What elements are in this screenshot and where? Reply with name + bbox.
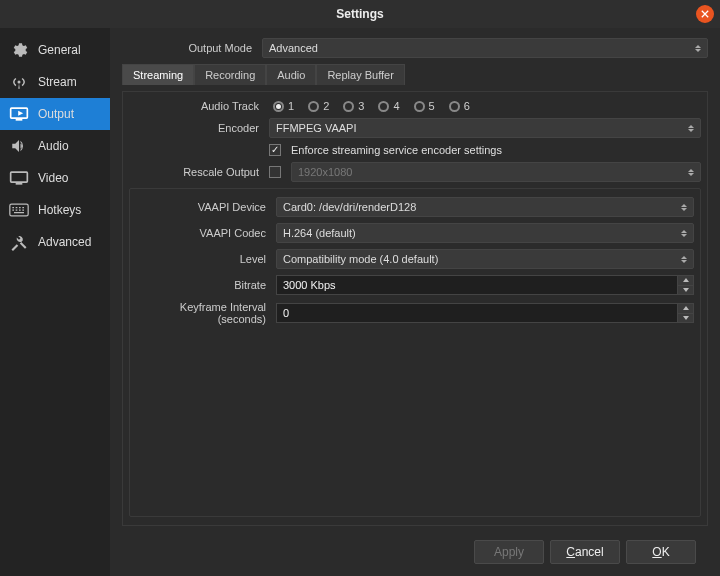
tab-recording[interactable]: Recording: [194, 64, 266, 85]
output-tabs: Streaming Recording Audio Replay Buffer: [122, 64, 708, 85]
tab-streaming[interactable]: Streaming: [122, 64, 194, 85]
radio-icon: [273, 101, 284, 112]
rescale-select[interactable]: 1920x1080: [291, 162, 701, 182]
audio-icon: [8, 135, 30, 157]
chevron-down-icon: [683, 288, 689, 292]
sidebar-item-hotkeys[interactable]: Hotkeys: [0, 194, 110, 226]
settings-window: Settings General Stream Output Audio: [0, 0, 720, 576]
radio-icon: [414, 101, 425, 112]
svg-rect-3: [16, 183, 23, 185]
chevron-updown-icon: [686, 166, 696, 178]
encoder-value: FFMPEG VAAPI: [276, 122, 356, 134]
sidebar-item-label: Video: [38, 171, 68, 185]
titlebar: Settings: [0, 0, 720, 28]
sidebar-item-label: Hotkeys: [38, 203, 81, 217]
video-icon: [8, 167, 30, 189]
output-mode-value: Advanced: [269, 42, 318, 54]
sidebar-item-label: General: [38, 43, 81, 57]
sidebar-item-stream[interactable]: Stream: [0, 66, 110, 98]
streaming-panel: Audio Track 1 2 3 4 5 6 Encoder FFMPEG V…: [122, 91, 708, 526]
sidebar-item-audio[interactable]: Audio: [0, 130, 110, 162]
vaapi-codec-label: VAAPI Codec: [136, 227, 270, 239]
chevron-updown-icon: [679, 253, 689, 265]
chevron-updown-icon: [679, 227, 689, 239]
chevron-up-icon: [683, 306, 689, 310]
encoder-settings-group: VAAPI Device Card0: /dev/dri/renderD128 …: [129, 188, 701, 517]
bitrate-value[interactable]: 3000 Kbps: [276, 275, 678, 295]
cancel-button[interactable]: Cancel: [550, 540, 620, 564]
audio-track-5[interactable]: 5: [414, 100, 435, 112]
spin-down-button[interactable]: [678, 286, 693, 295]
tab-replay-buffer[interactable]: Replay Buffer: [316, 64, 404, 85]
output-mode-label: Output Mode: [122, 42, 256, 54]
keyframe-value[interactable]: 0: [276, 303, 678, 323]
gear-icon: [8, 39, 30, 61]
tab-audio[interactable]: Audio: [266, 64, 316, 85]
audio-track-3[interactable]: 3: [343, 100, 364, 112]
sidebar-item-video[interactable]: Video: [0, 162, 110, 194]
vaapi-device-label: VAAPI Device: [136, 201, 270, 213]
bitrate-spinner[interactable]: 3000 Kbps: [276, 275, 694, 295]
spin-up-button[interactable]: [678, 304, 693, 314]
sidebar-item-label: Stream: [38, 75, 77, 89]
level-select[interactable]: Compatibility mode (4.0 default): [276, 249, 694, 269]
tools-icon: [8, 231, 30, 253]
keyframe-spinner[interactable]: 0: [276, 303, 694, 323]
level-value: Compatibility mode (4.0 default): [283, 253, 438, 265]
close-button[interactable]: [696, 5, 714, 23]
rescale-checkbox[interactable]: [269, 166, 281, 178]
output-icon: [8, 103, 30, 125]
vaapi-codec-select[interactable]: H.264 (default): [276, 223, 694, 243]
main-panel: Output Mode Advanced Streaming Recording…: [110, 28, 720, 576]
ok-button[interactable]: OK: [626, 540, 696, 564]
chevron-down-icon: [683, 316, 689, 320]
radio-icon: [308, 101, 319, 112]
spin-down-button[interactable]: [678, 314, 693, 323]
sidebar-item-label: Output: [38, 107, 74, 121]
sidebar-item-general[interactable]: General: [0, 34, 110, 66]
dialog-footer: Apply Cancel OK: [122, 532, 708, 572]
vaapi-device-select[interactable]: Card0: /dev/dri/renderD128: [276, 197, 694, 217]
output-mode-select[interactable]: Advanced: [262, 38, 708, 58]
audio-track-4[interactable]: 4: [378, 100, 399, 112]
vaapi-device-value: Card0: /dev/dri/renderD128: [283, 201, 416, 213]
sidebar-item-label: Advanced: [38, 235, 91, 249]
encoder-select[interactable]: FFMPEG VAAPI: [269, 118, 701, 138]
audio-track-label: Audio Track: [129, 100, 263, 112]
vaapi-codec-value: H.264 (default): [283, 227, 356, 239]
chevron-up-icon: [683, 278, 689, 282]
spin-up-button[interactable]: [678, 276, 693, 286]
broadcast-icon: [8, 71, 30, 93]
chevron-updown-icon: [693, 42, 703, 54]
keyframe-label: Keyframe Interval (seconds): [136, 301, 270, 325]
audio-track-6[interactable]: 6: [449, 100, 470, 112]
audio-track-1[interactable]: 1: [273, 100, 294, 112]
radio-icon: [378, 101, 389, 112]
chevron-updown-icon: [686, 122, 696, 134]
sidebar-item-advanced[interactable]: Advanced: [0, 226, 110, 258]
svg-rect-2: [11, 172, 28, 182]
chevron-updown-icon: [679, 201, 689, 213]
sidebar-item-label: Audio: [38, 139, 69, 153]
radio-icon: [343, 101, 354, 112]
audio-track-2[interactable]: 2: [308, 100, 329, 112]
rescale-label: Rescale Output: [129, 166, 263, 178]
close-icon: [701, 10, 709, 18]
keyboard-icon: [8, 199, 30, 221]
rescale-value: 1920x1080: [298, 166, 352, 178]
enforce-checkbox[interactable]: [269, 144, 281, 156]
level-label: Level: [136, 253, 270, 265]
enforce-label: Enforce streaming service encoder settin…: [291, 144, 502, 156]
apply-button[interactable]: Apply: [474, 540, 544, 564]
svg-rect-1: [16, 119, 23, 121]
encoder-label: Encoder: [129, 122, 263, 134]
sidebar-item-output[interactable]: Output: [0, 98, 110, 130]
radio-icon: [449, 101, 460, 112]
window-title: Settings: [336, 7, 383, 21]
sidebar: General Stream Output Audio Video Hotkey…: [0, 28, 110, 576]
bitrate-label: Bitrate: [136, 279, 270, 291]
